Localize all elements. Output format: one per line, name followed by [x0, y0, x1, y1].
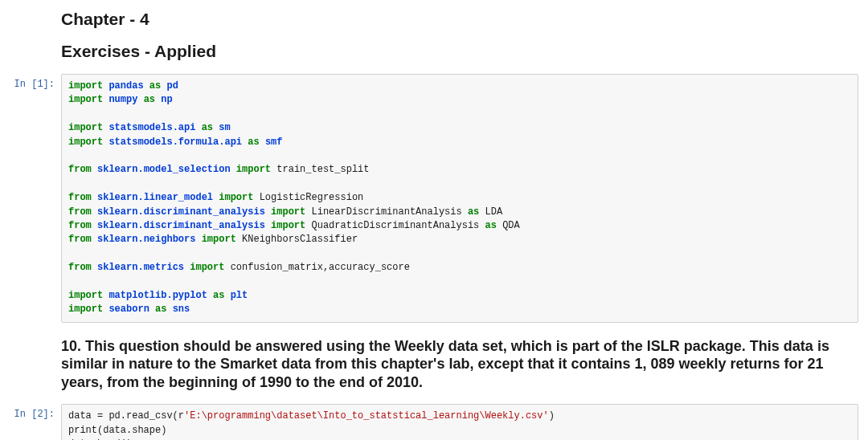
kw-from: from	[68, 192, 92, 203]
code-cell-2: In [2]: data = pd.read_csv(r'E:\programm…	[0, 404, 868, 440]
module-name: matplotlib.pyplot	[108, 290, 207, 301]
chapter-heading: Chapter - 4	[61, 10, 858, 29]
module-name: statsmodels.api	[108, 122, 195, 133]
identifier: train_test_split	[276, 164, 369, 175]
kw-from: from	[68, 164, 92, 175]
module-name: sklearn.discriminant_analysis	[97, 220, 265, 231]
alias: QDA	[502, 220, 520, 231]
alias: pd	[166, 80, 178, 92]
code-text: )	[549, 410, 555, 422]
module-name: sklearn.neighbors	[97, 234, 195, 245]
alias: np	[161, 94, 172, 105]
kw-import: import	[202, 234, 236, 245]
input-prompt-1: In [1]:	[0, 74, 61, 90]
kw-from: from	[68, 220, 92, 231]
module-name: statsmodels.formula.api	[108, 136, 242, 148]
kw-as: as	[155, 304, 166, 315]
kw-import: import	[236, 164, 271, 175]
kw-from: from	[68, 262, 92, 273]
identifier: QuadraticDiscriminantAnalysis	[311, 220, 479, 231]
module-name: sklearn.metrics	[97, 262, 184, 273]
code-input-1[interactable]: import pandas as pd import numpy as np i…	[61, 74, 858, 323]
string-literal: 'E:\programming\dataset\Into_to_statstic…	[184, 410, 549, 422]
kw-import: import	[219, 192, 253, 203]
kw-as: as	[213, 290, 224, 301]
kw-from: from	[68, 206, 92, 218]
kw-import: import	[271, 206, 305, 218]
identifier: LogisticRegression	[260, 192, 364, 203]
module-name: sklearn.linear_model	[97, 192, 213, 203]
kw-from: from	[68, 234, 92, 245]
kw-import: import	[190, 262, 224, 273]
kw-as: as	[248, 136, 259, 148]
module-name: pandas	[108, 80, 143, 92]
notebook-container: Chapter - 4 Exercises - Applied In [1]: …	[0, 10, 868, 440]
code-cell-1: In [1]: import pandas as pd import numpy…	[0, 74, 868, 323]
module-name: sklearn.discriminant_analysis	[97, 206, 265, 218]
question-10-cell: 10. This question should be answered usi…	[0, 337, 868, 392]
kw-import: import	[68, 94, 103, 105]
kw-import: import	[68, 80, 103, 92]
identifier: confusion_matrix,accuracy_score	[231, 262, 410, 273]
alias: sns	[173, 304, 190, 315]
question-10-heading: 10. This question should be answered usi…	[61, 337, 858, 392]
exercises-heading: Exercises - Applied	[61, 42, 858, 61]
module-name: numpy	[108, 94, 137, 105]
alias: plt	[231, 290, 248, 301]
alias: smf	[265, 136, 283, 148]
kw-as: as	[144, 94, 155, 105]
code-text: print(data.shape)	[68, 425, 166, 436]
alias: LDA	[485, 206, 503, 218]
module-name: seaborn	[108, 304, 149, 315]
code-text: data = pd.read_csv(r	[68, 410, 184, 422]
module-name: sklearn.model_selection	[97, 164, 231, 175]
kw-import: import	[68, 290, 103, 301]
alias: sm	[219, 122, 230, 133]
kw-import: import	[68, 136, 103, 148]
identifier: KNeighborsClassifier	[242, 234, 358, 245]
kw-as: as	[485, 220, 497, 231]
input-prompt-2: In [2]:	[0, 404, 61, 420]
kw-as: as	[468, 206, 479, 218]
kw-import: import	[68, 304, 103, 315]
kw-as: as	[202, 122, 213, 133]
kw-import: import	[68, 122, 103, 133]
identifier: LinearDiscriminantAnalysis	[311, 206, 461, 218]
kw-as: as	[149, 80, 161, 92]
code-input-2[interactable]: data = pd.read_csv(r'E:\programming\data…	[61, 404, 858, 440]
heading-cell-chapter: Chapter - 4	[0, 10, 868, 29]
kw-import: import	[271, 220, 305, 231]
heading-cell-exercises: Exercises - Applied	[0, 42, 868, 61]
